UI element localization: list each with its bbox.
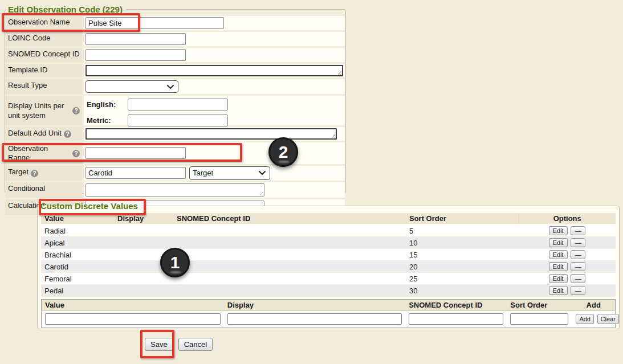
help-icon[interactable]: ?	[31, 170, 38, 177]
edit-button[interactable]: Edit	[549, 262, 568, 271]
result-type-label: Result Type	[5, 79, 82, 94]
add-col-header-add: Add	[572, 300, 615, 311]
observation-range-input[interactable]	[85, 147, 186, 159]
remove-button[interactable]: —	[571, 286, 585, 295]
result-type-row: Result Type	[5, 79, 345, 94]
target-row: Target ? Target	[5, 166, 345, 181]
resize-grip-icon[interactable]	[258, 190, 263, 195]
target-selected-value: Target	[193, 169, 213, 177]
observation-name-input[interactable]	[85, 17, 224, 29]
table-row: Pedal 30 Edit —	[41, 285, 616, 297]
chevron-down-icon	[259, 171, 266, 175]
conditional-label: Conditional	[5, 182, 82, 198]
add-display-input[interactable]	[227, 313, 402, 325]
col-header-value: Value	[41, 213, 114, 224]
target-select[interactable]: Target	[189, 166, 270, 180]
loinc-code-row: LOINC Code	[5, 32, 345, 46]
cell-display	[114, 249, 173, 261]
add-snomed-input[interactable]	[409, 313, 503, 325]
add-col-header-sort-order: Sort Order	[507, 300, 572, 311]
add-value-input[interactable]	[45, 313, 221, 325]
cell-sort-order: 10	[406, 237, 519, 249]
col-header-sort-order: Sort Order	[406, 213, 519, 224]
loinc-code-input[interactable]	[85, 33, 186, 45]
table-row: Brachial 15 Edit —	[41, 249, 616, 261]
save-button[interactable]: Save	[145, 338, 173, 351]
target-input[interactable]	[85, 167, 186, 179]
custom-discrete-values-title: Custom Discrete Values	[39, 201, 141, 211]
cell-display	[114, 285, 173, 297]
template-id-row: Template ID	[5, 64, 345, 77]
clear-button[interactable]: Clear	[597, 314, 619, 324]
metric-units-input[interactable]	[128, 114, 228, 126]
edit-button[interactable]: Edit	[549, 250, 568, 259]
edit-button[interactable]: Edit	[549, 274, 568, 283]
resize-grip-icon[interactable]	[336, 69, 341, 75]
help-icon[interactable]: ?	[72, 107, 80, 114]
remove-button[interactable]: —	[571, 226, 585, 235]
observation-range-label: Observation Range ?	[5, 142, 82, 164]
table-row: Radial 5 Edit —	[41, 224, 616, 237]
observation-name-row: Observation Name	[5, 16, 345, 30]
remove-button[interactable]: —	[571, 274, 585, 283]
display-units-label: Display Units per unit system ?	[5, 96, 82, 125]
remove-button[interactable]: —	[571, 238, 585, 247]
result-type-select[interactable]	[85, 80, 178, 93]
snomed-concept-label: SNOMED Concept ID	[5, 48, 82, 62]
cell-value: Apical	[41, 237, 114, 249]
add-col-header-display: Display	[224, 300, 405, 311]
edit-observation-fieldset: Edit Observation Code (229) Observation …	[5, 5, 346, 194]
cell-value: Brachial	[41, 249, 114, 261]
cell-sort-order: 5	[406, 224, 519, 237]
cell-value: Pedal	[41, 285, 114, 297]
cell-value: Femoral	[41, 273, 114, 285]
edit-button[interactable]: Edit	[549, 226, 568, 235]
add-col-header-value: Value	[42, 300, 224, 311]
conditional-row: Conditional	[5, 182, 345, 198]
snomed-concept-row: SNOMED Concept ID	[5, 48, 345, 62]
cell-snomed	[173, 261, 406, 273]
action-bar: Save Cancel	[145, 338, 213, 351]
edit-button[interactable]: Edit	[549, 238, 568, 247]
edit-button[interactable]: Edit	[549, 286, 568, 295]
help-icon[interactable]: ?	[72, 150, 80, 157]
observation-range-row: Observation Range ?	[5, 142, 345, 164]
add-sort-order-input[interactable]	[510, 313, 568, 325]
cell-display	[114, 261, 173, 273]
cell-snomed	[173, 273, 406, 285]
cancel-button[interactable]: Cancel	[178, 338, 213, 351]
cell-value: Radial	[41, 224, 114, 237]
english-units-label: English:	[87, 100, 128, 109]
add-row-inputs: Add Clear	[42, 311, 616, 328]
resize-grip-icon[interactable]	[330, 133, 335, 138]
cell-snomed	[173, 237, 406, 249]
help-icon[interactable]: ?	[64, 130, 71, 138]
cell-sort-order: 30	[406, 285, 519, 297]
cell-snomed	[173, 285, 406, 297]
add-button[interactable]: Add	[576, 314, 594, 324]
cell-sort-order: 15	[406, 249, 519, 261]
col-header-display: Display	[114, 213, 173, 224]
conditional-textarea[interactable]	[85, 183, 264, 197]
edit-form-rows: Observation Name LOINC Code SNOMED Conce…	[5, 16, 345, 215]
display-units-row: Display Units per unit system ? English:…	[5, 96, 345, 125]
template-id-input[interactable]	[85, 65, 343, 76]
snomed-concept-input[interactable]	[85, 49, 186, 61]
remove-button[interactable]: —	[571, 250, 585, 259]
metric-units-label: Metric:	[87, 116, 128, 125]
template-id-label: Template ID	[5, 64, 82, 77]
remove-button[interactable]: —	[571, 262, 585, 271]
cell-snomed	[173, 224, 406, 237]
table-row: Apical 10 Edit —	[41, 237, 616, 249]
page: Edit Observation Code (229) Observation …	[0, 0, 623, 364]
loinc-code-label: LOINC Code	[5, 32, 82, 46]
english-units-input[interactable]	[128, 99, 228, 111]
edit-observation-title: Edit Observation Code (229)	[7, 5, 126, 14]
observation-name-label: Observation Name	[5, 16, 82, 30]
default-add-unit-input[interactable]	[85, 128, 337, 140]
cell-snomed	[173, 249, 406, 261]
cell-sort-order: 25	[406, 273, 519, 285]
target-label: Target ?	[5, 166, 82, 181]
cell-display	[114, 237, 173, 249]
custom-discrete-values-fieldset: Custom Discrete Values Value Display SNO…	[37, 201, 620, 329]
